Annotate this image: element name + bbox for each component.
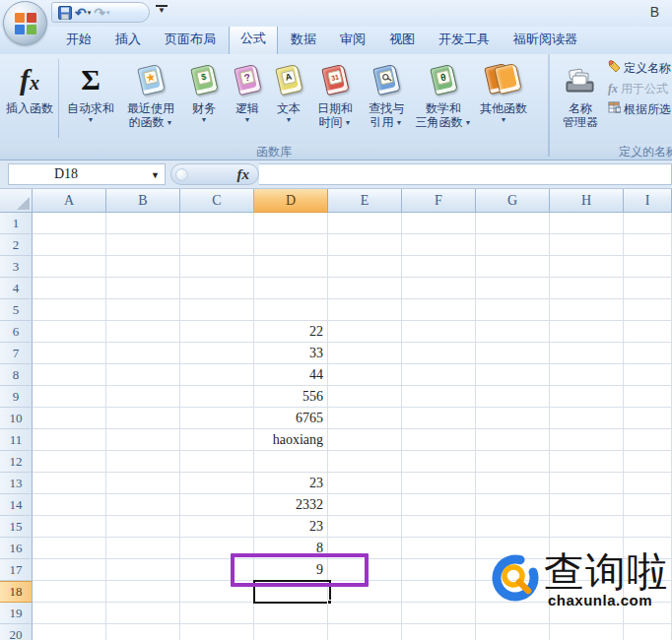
cell-C7[interactable] [180, 343, 254, 364]
cell-D12[interactable] [254, 451, 328, 473]
column-header-A[interactable]: A [33, 189, 106, 213]
row-header-20[interactable]: 20 [0, 624, 33, 640]
ribbon-button-lookup-reference[interactable]: 查找与引用▼ [361, 56, 412, 129]
ribbon-button-logical[interactable]: ?逻辑▼ [227, 56, 268, 124]
column-header-H[interactable]: H [550, 189, 624, 213]
cell-D19[interactable] [254, 603, 328, 624]
tab-developer[interactable]: 开发工具 [428, 26, 501, 54]
cell-E9[interactable] [328, 386, 402, 408]
cell-B19[interactable] [106, 603, 180, 624]
cell-F2[interactable] [402, 234, 476, 256]
cell-G8[interactable] [476, 364, 550, 386]
redo-button[interactable]: ↷▾ [94, 6, 109, 20]
cell-E5[interactable] [328, 299, 402, 321]
tab-insert[interactable]: 插入 [104, 26, 152, 54]
row-header-16[interactable]: 16 [0, 538, 33, 559]
cell-A1[interactable] [33, 213, 106, 234]
row-header-4[interactable]: 4 [0, 278, 33, 299]
ribbon-button-date-time[interactable]: 31日期和时间▼ [309, 56, 361, 129]
cell-F4[interactable] [402, 278, 476, 299]
cell-C2[interactable] [180, 234, 254, 256]
fill-handle[interactable] [327, 600, 332, 605]
ribbon-button-create-from-selection[interactable]: 根据所选 [608, 100, 671, 118]
cell-H12[interactable] [550, 451, 624, 473]
undo-button[interactable]: ↶▾ [75, 6, 91, 20]
cell-C11[interactable] [180, 429, 254, 451]
cell-I14[interactable] [624, 494, 672, 516]
cell-B20[interactable] [106, 624, 180, 640]
cell-I2[interactable] [624, 234, 672, 256]
cell-E8[interactable] [328, 364, 402, 386]
cell-H6[interactable] [550, 321, 624, 343]
cell-B16[interactable] [106, 538, 180, 559]
cell-B7[interactable] [106, 343, 180, 364]
cell-D4[interactable] [254, 278, 328, 299]
ribbon-button-define-name[interactable]: 定义名称 [608, 59, 671, 77]
cell-B17[interactable] [106, 559, 180, 581]
cell-B11[interactable] [106, 429, 180, 451]
tab-view[interactable]: 视图 [378, 26, 426, 54]
cell-F13[interactable] [402, 473, 476, 494]
cell-D3[interactable] [254, 256, 328, 278]
cell-I1[interactable] [624, 213, 672, 234]
cell-B15[interactable] [106, 516, 180, 538]
cell-G3[interactable] [476, 256, 550, 278]
ribbon-button-math-trig[interactable]: θ数学和三角函数▼ [412, 56, 475, 129]
cell-H8[interactable] [550, 364, 624, 386]
cell-E6[interactable] [328, 321, 402, 343]
row-header-3[interactable]: 3 [0, 256, 33, 278]
cell-B2[interactable] [106, 234, 180, 256]
cell-A14[interactable] [33, 494, 106, 516]
qat-customize-button[interactable]: ▼ [156, 5, 168, 14]
cell-I12[interactable] [624, 451, 672, 473]
cell-F6[interactable] [402, 321, 476, 343]
row-header-10[interactable]: 10 [0, 408, 33, 429]
cell-I10[interactable] [624, 408, 672, 429]
cell-A5[interactable] [33, 299, 106, 321]
row-header-14[interactable]: 14 [0, 494, 33, 516]
cell-G6[interactable] [476, 321, 550, 343]
cell-A15[interactable] [33, 516, 106, 538]
column-header-F[interactable]: F [402, 189, 476, 213]
cell-I6[interactable] [624, 321, 672, 343]
row-header-5[interactable]: 5 [0, 299, 33, 321]
cell-G9[interactable] [476, 386, 550, 408]
cell-A16[interactable] [33, 538, 106, 559]
cell-H9[interactable] [550, 386, 624, 408]
row-header-9[interactable]: 9 [0, 386, 33, 408]
ribbon-button-insert-function[interactable]: fx插入函数 [3, 56, 56, 115]
cell-H4[interactable] [550, 278, 624, 299]
cell-A17[interactable] [33, 559, 106, 581]
cell-F5[interactable] [402, 299, 476, 321]
cell-E13[interactable] [328, 473, 402, 494]
ribbon-button-more-functions[interactable]: 其他函数▼ [475, 56, 532, 124]
cell-D2[interactable] [254, 234, 328, 256]
cell-C3[interactable] [180, 256, 254, 278]
cell-C8[interactable] [180, 364, 254, 386]
cell-A2[interactable] [33, 234, 106, 256]
cell-C10[interactable] [180, 408, 254, 429]
row-header-2[interactable]: 2 [0, 234, 33, 256]
cell-C6[interactable] [180, 321, 254, 343]
ribbon-button-text[interactable]: A文本▼ [268, 56, 309, 124]
cell-C9[interactable] [180, 386, 254, 408]
tab-page-layout[interactable]: 页面布局 [154, 26, 227, 54]
cell-I20[interactable] [624, 624, 672, 640]
cell-G20[interactable] [476, 624, 550, 640]
office-button[interactable] [3, 1, 47, 45]
row-header-7[interactable]: 7 [0, 343, 33, 364]
column-header-B[interactable]: B [106, 189, 180, 213]
cell-I5[interactable] [624, 299, 672, 321]
cell-E19[interactable] [328, 603, 402, 624]
cell-E4[interactable] [328, 278, 402, 299]
cell-F16[interactable] [402, 538, 476, 559]
cell-H10[interactable] [550, 408, 624, 429]
row-header-15[interactable]: 15 [0, 516, 33, 538]
cell-A20[interactable] [33, 624, 106, 640]
cell-G1[interactable] [476, 213, 550, 234]
cell-H11[interactable] [550, 429, 624, 451]
cell-H14[interactable] [550, 494, 624, 516]
cell-H5[interactable] [550, 299, 624, 321]
cell-D10[interactable]: 6765 [254, 408, 328, 429]
cell-I11[interactable] [624, 429, 672, 451]
